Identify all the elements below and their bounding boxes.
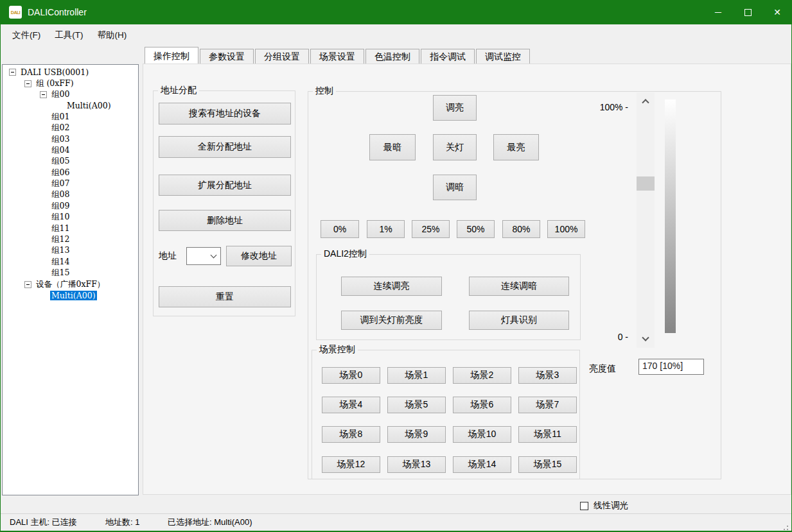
scene-button-14[interactable]: 场景14 bbox=[453, 456, 511, 473]
tree-item-1[interactable]: 组 (0xFF) bbox=[3, 78, 138, 89]
tree-item-6[interactable]: 组03 bbox=[3, 133, 138, 144]
tree-item-11[interactable]: 组08 bbox=[3, 189, 138, 200]
scene-button-3[interactable]: 场景3 bbox=[518, 367, 577, 384]
linear-dimming-checkbox[interactable]: 线性调光 bbox=[580, 500, 628, 511]
scene-button-6[interactable]: 场景6 bbox=[453, 397, 511, 413]
status-selected-address: 已选择地址: Multi(A00) bbox=[168, 514, 252, 531]
tree-expander-icon[interactable] bbox=[24, 80, 31, 87]
reset-button[interactable]: 重置 bbox=[159, 286, 291, 307]
close-button[interactable]: ✕ bbox=[762, 0, 792, 24]
brightest-button[interactable]: 最亮 bbox=[493, 134, 539, 160]
tab-3[interactable]: 场景设置 bbox=[310, 49, 364, 64]
tree-item-10[interactable]: 组07 bbox=[3, 178, 138, 189]
scene-button-11[interactable]: 场景11 bbox=[518, 426, 577, 443]
scrollbar-thumb[interactable] bbox=[637, 176, 655, 191]
percent-button-25[interactable]: 25% bbox=[412, 220, 450, 238]
tree-item-4[interactable]: 组01 bbox=[3, 112, 138, 123]
scroll-up-button[interactable] bbox=[637, 92, 655, 109]
tree-item-20[interactable]: Multi(A00) bbox=[3, 290, 138, 301]
percent-button-80[interactable]: 80% bbox=[502, 220, 540, 238]
scene-button-15[interactable]: 场景15 bbox=[518, 456, 577, 473]
tree-item-label: 组10 bbox=[50, 212, 71, 223]
status-host-connection: DALI 主机: 已连接 bbox=[10, 514, 77, 531]
scroll-down-button[interactable] bbox=[637, 331, 655, 348]
scene-button-0[interactable]: 场景0 bbox=[322, 367, 380, 384]
scene-button-13[interactable]: 场景13 bbox=[387, 456, 446, 473]
tree-item-label: 组15 bbox=[50, 268, 71, 279]
assign-extend-address-button[interactable]: 扩展分配地址 bbox=[159, 175, 291, 196]
luminaire-identify-button[interactable]: 灯具识别 bbox=[469, 311, 569, 330]
tree-expander-icon[interactable] bbox=[24, 281, 31, 288]
dimmest-button[interactable]: 最暗 bbox=[369, 134, 416, 160]
tree-item-7[interactable]: 组04 bbox=[3, 145, 138, 156]
control-groupbox: 控制 调亮 最暗 关灯 最亮 调暗 0%1%25%50%80%100% DALI… bbox=[308, 91, 721, 479]
scene-button-2[interactable]: 场景2 bbox=[453, 367, 511, 384]
tab-5[interactable]: 指令调试 bbox=[421, 49, 475, 64]
modify-address-button[interactable]: 修改地址 bbox=[226, 246, 292, 266]
scene-button-8[interactable]: 场景8 bbox=[322, 426, 380, 443]
tree-item-14[interactable]: 组11 bbox=[3, 223, 138, 234]
tree-item-19[interactable]: 设备（广播0xFF） bbox=[3, 279, 138, 289]
tab-0[interactable]: 操作控制 bbox=[145, 47, 198, 64]
slider-max-label: 100% - bbox=[600, 102, 628, 112]
percent-button-1[interactable]: 1% bbox=[367, 220, 405, 238]
scene-button-9[interactable]: 场景9 bbox=[387, 426, 446, 443]
brightness-value-box[interactable]: 170 [10%] bbox=[638, 359, 704, 375]
tree-item-12[interactable]: 组09 bbox=[3, 201, 138, 212]
percent-button-50[interactable]: 50% bbox=[457, 220, 495, 238]
brightness-scrollbar[interactable] bbox=[637, 92, 655, 348]
address-assign-groupbox: 地址分配 搜索有地址的设备 全新分配地址 扩展分配地址 删除地址 地址 修改地址… bbox=[153, 90, 295, 316]
tab-2[interactable]: 分组设置 bbox=[255, 49, 309, 64]
tab-1[interactable]: 参数设置 bbox=[200, 49, 254, 64]
percent-button-0[interactable]: 0% bbox=[321, 220, 359, 238]
scene-button-12[interactable]: 场景12 bbox=[322, 456, 380, 473]
scene-button-7[interactable]: 场景7 bbox=[518, 397, 577, 413]
continuous-brighten-button[interactable]: 连续调亮 bbox=[341, 277, 442, 296]
scene-button-1[interactable]: 场景1 bbox=[387, 367, 446, 384]
tree-item-3[interactable]: Multi(A00) bbox=[3, 100, 138, 111]
tree-item-18[interactable]: 组15 bbox=[3, 268, 138, 279]
minimize-button[interactable]: ─ bbox=[703, 0, 733, 24]
tree-item-13[interactable]: 组10 bbox=[3, 212, 138, 223]
scene-button-4[interactable]: 场景4 bbox=[322, 397, 380, 413]
assign-new-address-button[interactable]: 全新分配地址 bbox=[159, 136, 291, 158]
chevron-down-icon bbox=[211, 252, 217, 259]
scene-title: 场景控制 bbox=[317, 344, 358, 356]
dim-button[interactable]: 调暗 bbox=[433, 175, 477, 200]
tree-item-0[interactable]: DALI USB(0001) bbox=[3, 67, 138, 78]
percent-button-100[interactable]: 100% bbox=[547, 220, 585, 238]
scene-button-10[interactable]: 场景10 bbox=[453, 426, 511, 443]
tree-item-16[interactable]: 组13 bbox=[3, 245, 138, 256]
tree-item-label: 组05 bbox=[50, 156, 71, 167]
menu-item-file[interactable]: 文件(F) bbox=[5, 24, 48, 46]
recall-last-level-button[interactable]: 调到关灯前亮度 bbox=[341, 311, 442, 330]
menu-item-tools[interactable]: 工具(T) bbox=[48, 24, 90, 46]
tree-item-5[interactable]: 组02 bbox=[3, 123, 138, 133]
delete-address-button[interactable]: 删除地址 bbox=[159, 210, 291, 231]
tree-item-15[interactable]: 组12 bbox=[3, 234, 138, 245]
tree-item-label: DALI USB(0001) bbox=[19, 67, 90, 77]
tree-item-17[interactable]: 组14 bbox=[3, 257, 138, 268]
tree-item-8[interactable]: 组05 bbox=[3, 156, 138, 167]
scene-button-5[interactable]: 场景5 bbox=[387, 397, 446, 413]
brighten-button[interactable]: 调亮 bbox=[433, 95, 477, 121]
continuous-dim-button[interactable]: 连续调暗 bbox=[469, 277, 569, 296]
maximize-icon bbox=[744, 9, 752, 16]
address-combobox[interactable] bbox=[186, 247, 221, 265]
search-addressed-devices-button[interactable]: 搜索有地址的设备 bbox=[159, 103, 291, 124]
tab-4[interactable]: 色温控制 bbox=[365, 49, 419, 64]
resize-grip-icon[interactable] bbox=[787, 526, 788, 527]
maximize-button[interactable] bbox=[733, 0, 762, 24]
tab-6[interactable]: 调试监控 bbox=[476, 49, 530, 64]
tree-item-2[interactable]: 组00 bbox=[3, 89, 138, 100]
tree-item-label: Multi(A00) bbox=[66, 101, 112, 110]
tree-item-9[interactable]: 组06 bbox=[3, 167, 138, 178]
device-tree[interactable]: DALI USB(0001)组 (0xFF)组00Multi(A00)组01组0… bbox=[2, 64, 139, 495]
tree-expander-icon[interactable] bbox=[40, 91, 47, 98]
tree-expander-icon[interactable] bbox=[9, 69, 16, 76]
tree-item-label: 组04 bbox=[50, 145, 71, 156]
menu-item-help[interactable]: 帮助(H) bbox=[91, 24, 134, 46]
chevron-down-icon bbox=[642, 334, 649, 341]
scene-groupbox: 场景控制 场景0场景1场景2场景3场景4场景5场景6场景7场景8场景9场景10场… bbox=[312, 350, 580, 479]
light-off-button[interactable]: 关灯 bbox=[433, 134, 477, 160]
